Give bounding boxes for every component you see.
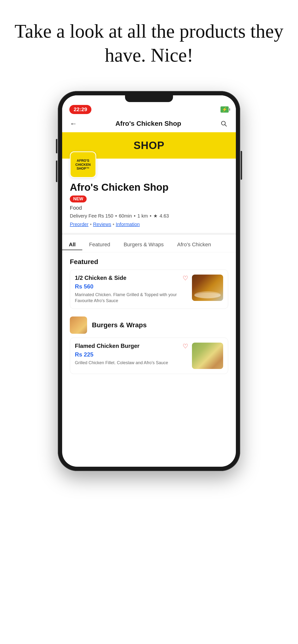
bullet3: • <box>150 213 152 219</box>
burger-top-row: Flamed Chicken Burger ♡ <box>75 342 188 351</box>
delivery-fee: Delivery Fee Rs 150 <box>70 213 113 219</box>
reviews-link[interactable]: Reviews <box>93 222 111 227</box>
restaurant-info: AFRO'S CHICKEN SHOP™ Afro's Chicken Shop… <box>62 152 236 233</box>
banner-text: SHOP <box>134 140 165 152</box>
tab-featured[interactable]: Featured <box>82 240 117 250</box>
phone-notch <box>125 95 173 102</box>
burgers-thumb-image <box>70 316 87 334</box>
product-card-content: 1/2 Chicken & Side ♡ Rs 560 Marinated Ch… <box>75 274 188 304</box>
volume-down-button <box>56 160 57 182</box>
burger-description: Grilled Chicken Fillet. Coleslaw and Afr… <box>75 360 188 366</box>
status-right: SOS ⚡ <box>209 106 229 112</box>
burger-image <box>192 342 223 369</box>
sos-label: SOS <box>209 107 219 112</box>
delivery-distance: 1 km <box>137 213 148 219</box>
product-image <box>192 274 223 301</box>
bullet1: • <box>115 213 117 219</box>
category-tabs: All Featured Burgers & Wraps Afro's Chic… <box>62 235 236 252</box>
burger-product-card[interactable]: Flamed Chicken Burger ♡ Rs 225 Grilled C… <box>70 338 228 374</box>
tab-burgers[interactable]: Burgers & Wraps <box>117 240 170 250</box>
burgers-section-header: Burgers & Wraps <box>62 313 236 336</box>
rating: 4.63 <box>160 213 169 219</box>
featured-section-title: Featured <box>62 252 236 270</box>
status-time: 22:29 <box>69 105 91 114</box>
featured-product-card[interactable]: 1/2 Chicken & Side ♡ Rs 560 Marinated Ch… <box>70 270 228 309</box>
star-icon: ★ <box>153 213 158 219</box>
power-button <box>241 151 242 180</box>
back-button[interactable]: ← <box>70 120 77 128</box>
restaurant-links: Preorder • Reviews • Information <box>70 222 228 227</box>
burger-card-content: Flamed Chicken Burger ♡ Rs 225 Grilled C… <box>75 342 188 366</box>
burger-favorite-button[interactable]: ♡ <box>183 342 188 350</box>
preorder-link[interactable]: Preorder <box>70 222 89 227</box>
delivery-time: 60min <box>119 213 132 219</box>
product-top-row: 1/2 Chicken & Side ♡ <box>75 274 188 283</box>
volume-up-button <box>56 139 57 153</box>
product-description: Marinated Chicken. Flame Grilled & Toppe… <box>75 292 188 304</box>
tab-all[interactable]: All <box>62 240 82 250</box>
dot1: • <box>90 222 92 227</box>
nav-bar: ← Afro's Chicken Shop <box>62 115 236 132</box>
restaurant-category: Food <box>70 205 228 211</box>
tab-afros-chicken[interactable]: Afro's Chicken <box>170 240 218 250</box>
logo-text: AFRO'S CHICKEN SHOP™ <box>74 158 92 172</box>
burgers-section-title: Burgers & Wraps <box>92 321 146 329</box>
phone-screen: 22:29 SOS ⚡ ← Afro's Chicken Shop <box>62 95 236 467</box>
search-icon[interactable] <box>220 119 228 128</box>
svg-point-0 <box>221 121 225 125</box>
svg-line-1 <box>225 125 227 126</box>
new-badge: NEW <box>70 196 87 202</box>
product-price: Rs 560 <box>75 283 188 290</box>
phone-mockup: 22:29 SOS ⚡ ← Afro's Chicken Shop <box>0 82 298 490</box>
dot2: • <box>112 222 114 227</box>
burger-name: Flamed Chicken Burger <box>75 342 139 349</box>
burger-price: Rs 225 <box>75 351 188 358</box>
burgers-section-thumb <box>70 316 87 334</box>
battery-icon: ⚡ <box>221 106 229 112</box>
status-bar: 22:29 SOS ⚡ <box>62 102 236 115</box>
restaurant-logo: AFRO'S CHICKEN SHOP™ <box>70 152 96 178</box>
restaurant-name: Afro's Chicken Shop <box>70 182 228 193</box>
favorite-button[interactable]: ♡ <box>183 274 188 282</box>
product-name: 1/2 Chicken & Side <box>75 274 126 281</box>
nav-title: Afro's Chicken Shop <box>115 120 181 128</box>
hero-text: Take a look at all the products they hav… <box>0 0 298 82</box>
restaurant-meta: Delivery Fee Rs 150 • 60min • 1 km • ★ 4… <box>70 213 228 219</box>
information-link[interactable]: Information <box>116 222 140 227</box>
bullet2: • <box>134 213 135 219</box>
phone-frame: 22:29 SOS ⚡ ← Afro's Chicken Shop <box>58 91 240 471</box>
section-divider <box>62 233 236 235</box>
